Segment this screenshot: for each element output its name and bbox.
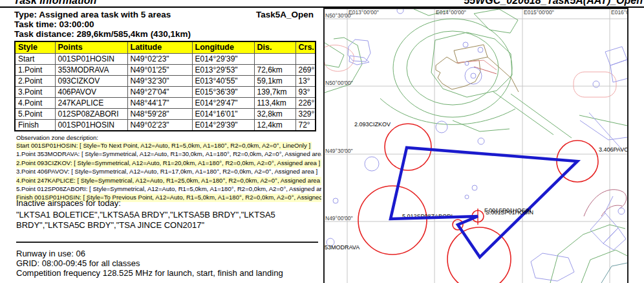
table-cell: 329°	[295, 109, 316, 120]
table-cell: 139,7km	[254, 87, 295, 98]
map-label-pavov: 3.406PAVOV	[599, 146, 627, 153]
table-cell: 406PAVOV	[55, 87, 127, 98]
table-row-point3: 3.Point 406PAVOV N49°27'04" E015°36'39" …	[15, 87, 316, 98]
table-cell: 72°	[295, 120, 316, 131]
table-cell: E014°29'47"	[192, 98, 254, 109]
map-label-cizkov: 2.093CIZKOV	[354, 121, 391, 128]
task-type-label: Type: Assigned area task with 5 areas	[14, 10, 171, 19]
table-cell	[295, 54, 316, 65]
frequency-note: Competition frequency 128.525 MHz for la…	[16, 268, 283, 278]
col-points: Points	[55, 41, 127, 54]
table-cell: N48°44'17"	[127, 98, 192, 109]
page-title: Task Information	[14, 0, 96, 6]
waypoint-table: Style Points Latitude Longitude Dis. Crs…	[14, 41, 316, 131]
map-label-modrava: 53MODRAVA	[325, 244, 360, 251]
obs-line-point5: 5.Point 012SP08ZABORI: [ Style=Symmetric…	[16, 185, 321, 194]
table-cell: 72,6km	[254, 65, 295, 76]
table-cell: E015°36'39"	[192, 87, 254, 98]
col-distance: Dis.	[254, 41, 295, 54]
footer-divider	[16, 242, 318, 243]
task-line	[391, 148, 577, 257]
obs-line-text: 3.Point 406PAVOV: [ Style=Symmetrical, A…	[16, 168, 319, 176]
airspace-outline-blue	[327, 9, 627, 283]
task-map-panel: 2.093CIZKOV 3.406PAVOV 5.012SP08ZABORI 5…	[323, 8, 628, 283]
table-cell: 093CIZKOV	[55, 76, 127, 87]
obs-line-start: Start 001SP01HOSIN: [ Style=To Next Poin…	[16, 142, 321, 150]
lon-label-e016: E016°00'00"	[611, 9, 627, 16]
observation-zone-heading: Observation zone description:	[16, 134, 98, 141]
col-course: Crs.	[295, 41, 316, 54]
table-cell: N49°02'23"	[127, 120, 192, 131]
table-cell: 113,4km	[254, 98, 295, 109]
task-distance-label: Task distance: 289,6km/585,4km (430,1km)	[14, 29, 314, 39]
obs-line-text: Start 001SP01HOSIN: [ Style=To Next Poin…	[16, 142, 312, 150]
task-type-row: Type: Assigned area task with 5 areas Ta…	[14, 10, 314, 19]
table-row-point4: 4.Point 247KAPLICE N48°44'17" E014°29'47…	[15, 98, 316, 109]
lon-label-e014: E014°00'00"	[436, 9, 466, 16]
lon-label-e015: E015°00'00"	[524, 9, 554, 16]
table-cell: Finish	[15, 120, 55, 131]
col-latitude: Latitude	[127, 41, 192, 54]
obs-line-point3: 3.Point 406PAVOV: [ Style=Symmetrical, A…	[16, 168, 321, 176]
table-header-row: Style Points Latitude Longitude Dis. Crs…	[15, 41, 316, 54]
table-cell: 012SP08ZABORI	[55, 109, 127, 120]
table-cell: E014°16'01"	[192, 109, 254, 120]
table-row-point2: 2.Point 093CIZKOV N49°32'30" E013°40'55"…	[15, 76, 316, 87]
document-id: 55WGC_020618_Task5A(AAT)_Open	[464, 0, 643, 6]
table-cell: 13°	[295, 76, 316, 87]
obs-line-text: 4.Point 247KAPLICE: [ Style=Symmetrical,…	[16, 177, 321, 185]
table-row-point5: 5.Point 012SP08ZABORI N48°59'28" E014°16…	[15, 109, 316, 120]
task-map: 2.093CIZKOV 3.406PAVOV 5.012SP08ZABORI 5…	[325, 9, 627, 283]
obs-line-text: 2.Point 093CIZKOV: [ Style=Symmetrical, …	[16, 159, 321, 168]
table-cell: N49°32'30"	[127, 76, 192, 87]
obs-line-point4: 4.Point 247KAPLICE: [ Style=Symmetrical,…	[16, 177, 321, 185]
runway-note: Runway in use: 06	[16, 249, 85, 258]
table-cell: 4.Point	[15, 98, 55, 109]
table-cell: 59,1km	[254, 76, 295, 87]
table-row-start: Start 001SP01HOSIN N49°02'23" E014°29'39…	[15, 54, 316, 65]
inactive-airspace-heading: Inactive airspaces for today:	[16, 198, 121, 208]
obs-line-point2: 2.Point 093CIZKOV: [ Style=Symmetrical, …	[16, 159, 321, 168]
inactive-airspace-list: "LKTSA1 BOLETICE","LKTSA5A BRDY","LKTSA5…	[16, 210, 320, 231]
obs-line-text: 1.Point 353MODRAVA: [ Style=Symmetrical,…	[16, 150, 321, 159]
table-cell: E013°40'55"	[192, 76, 254, 87]
table-cell: N49°27'04"	[127, 87, 192, 98]
table-cell: 247KAPLICE	[55, 98, 127, 109]
lon-label-e013: E013°00'00"	[349, 9, 379, 16]
table-cell: N49°02'23"	[127, 54, 192, 65]
table-cell: 5.Point	[15, 109, 55, 120]
lat-label-50-00: N50°00'00"	[325, 80, 353, 86]
table-cell: 001SP01HOSIN	[55, 54, 127, 65]
task-information-sheet: Task Information 55WGC_020618_Task5A(AAT…	[0, 0, 644, 283]
grid-time-note: GRID: 08:00-09:45 for all classes	[16, 258, 140, 268]
table-cell: E014°29'39"	[192, 120, 254, 131]
table-cell: 2.Point	[15, 76, 55, 87]
table-cell: 12,4km	[254, 120, 295, 131]
lat-label-49-00: N49°00'00"	[325, 215, 353, 221]
observation-zone-list: Start 001SP01HOSIN: [ Style=To Next Poin…	[16, 142, 321, 203]
table-row-finish: Finish 001SP01HOSIN N49°02'23" E014°29'3…	[15, 120, 316, 131]
obs-line-point1: 1.Point 353MODRAVA: [ Style=Symmetrical,…	[16, 150, 321, 159]
task-name: Task5A_Open	[256, 10, 314, 19]
airspace-outline-pink	[325, 45, 627, 216]
table-cell: 269°	[295, 65, 316, 76]
table-cell: E014°29'39"	[192, 54, 254, 65]
table-cell: 001SP01HOSIN	[55, 120, 127, 131]
lat-label-49-30: N49°30'00"	[325, 148, 353, 154]
table-cell: Start	[15, 54, 55, 65]
task-time-label: Task time: 03:00:00	[14, 19, 314, 29]
table-row-point1: 1.Point 353MODRAVA N49°01'25" E013°29'53…	[15, 65, 316, 76]
table-cell: 93°	[295, 87, 316, 98]
map-label-hosin-start: S.001SP01HOSIN	[486, 209, 533, 216]
table-cell: N48°59'28"	[127, 109, 192, 120]
table-cell	[254, 54, 295, 65]
table-cell: N49°01'25"	[127, 65, 192, 76]
table-cell: 1.Point	[15, 65, 55, 76]
col-style: Style	[15, 41, 55, 54]
table-cell: 353MODRAVA	[55, 65, 127, 76]
table-cell: 226°	[295, 98, 316, 109]
table-cell: E013°29'53"	[192, 65, 254, 76]
table-cell: 32,8km	[254, 109, 295, 120]
table-cell: 3.Point	[15, 87, 55, 98]
obs-line-text: 5.Point 012SP08ZABORI: [ Style=Symmetric…	[16, 185, 321, 194]
